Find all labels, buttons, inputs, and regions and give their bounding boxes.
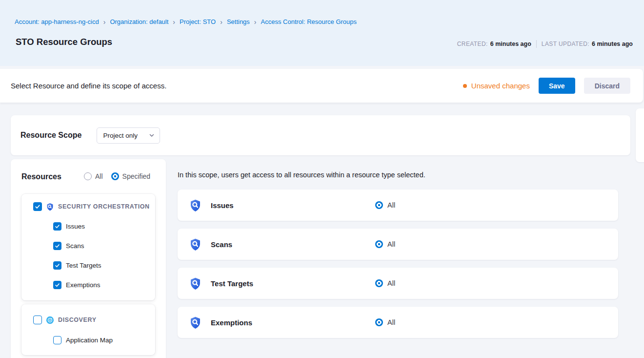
- created-value: 6 minutes ago: [490, 41, 531, 47]
- group-name: DISCOVERY: [58, 316, 97, 323]
- resource-scope-select[interactable]: Project only: [97, 127, 160, 144]
- resource-row-label: Scans: [211, 240, 232, 249]
- resource-row-label: Exemptions: [211, 318, 252, 327]
- resource-group-security-orchestration: SECURITY ORCHESTRATION Issues Scans Test…: [21, 194, 155, 300]
- group-header: SECURITY ORCHESTRATION: [33, 202, 150, 211]
- resource-row-issues: Issues All: [178, 190, 618, 221]
- unsaved-dot-icon: [463, 84, 467, 88]
- page-title: STO Resource Groups: [16, 37, 112, 47]
- side-peek-card: [636, 108, 644, 162]
- resource-scope-label: Resource Scope: [20, 131, 81, 140]
- chevron-down-icon: [149, 132, 155, 138]
- sto-shield-icon: [189, 316, 202, 329]
- breadcrumb: Account: app-harness-ng-cicd › Organizat…: [15, 18, 357, 25]
- scope-description-text: Select Resource and define its scope of …: [11, 82, 166, 90]
- breadcrumb-settings-link[interactable]: Settings: [227, 18, 250, 25]
- discard-button[interactable]: Discard: [584, 78, 630, 94]
- checkbox[interactable]: [53, 336, 61, 344]
- toolbar-actions: Unsaved changes Save Discard: [463, 78, 630, 94]
- tree-item-exemptions: Exemptions: [53, 281, 101, 289]
- checkbox[interactable]: [53, 261, 61, 270]
- scope-access-description: In this scope, users get access to all r…: [178, 171, 425, 179]
- radio-option-all[interactable]: All: [84, 172, 103, 180]
- unsaved-changes-status: Unsaved changes: [463, 82, 530, 90]
- resource-groups-page: Account: app-harness-ng-cicd › Organizat…: [0, 0, 644, 358]
- radio-icon: [84, 172, 92, 180]
- access-all-label: All: [387, 201, 395, 209]
- meta-divider: [536, 40, 537, 48]
- access-all-label: All: [387, 318, 395, 326]
- access-radio-option-all[interactable]: All: [375, 240, 395, 248]
- resources-panel: Resources All Specified: [11, 159, 166, 358]
- resource-group-discovery: DISCOVERY Application Map: [21, 304, 155, 355]
- checkbox[interactable]: [53, 222, 61, 231]
- radio-all-label: All: [95, 172, 103, 180]
- sto-shield-icon: [189, 238, 202, 251]
- chevron-right-icon: ›: [173, 18, 175, 25]
- resource-scope-card: Resource Scope Project only: [11, 115, 630, 155]
- resources-mode-radio-group: All Specified: [84, 172, 150, 180]
- radio-selected-icon: [375, 279, 383, 287]
- sto-shield-icon: [189, 199, 202, 212]
- tree-item-label: Issues: [66, 223, 85, 230]
- resources-panel-title: Resources: [21, 172, 61, 181]
- chevron-right-icon: ›: [103, 18, 106, 25]
- radio-selected-icon: [375, 318, 383, 326]
- resource-row-test-targets: Test Targets All: [178, 268, 618, 299]
- resource-row-label: Issues: [211, 201, 234, 210]
- breadcrumb-resource-groups-link[interactable]: Access Control: Resource Groups: [261, 18, 357, 25]
- access-radio-option-all[interactable]: All: [375, 279, 395, 287]
- tree-item-scans: Scans: [53, 242, 84, 250]
- access-radio-option-all[interactable]: All: [375, 201, 395, 209]
- page-header: Account: app-harness-ng-cicd › Organizat…: [0, 0, 644, 66]
- breadcrumb-account-link[interactable]: Account: app-harness-ng-cicd: [15, 18, 99, 25]
- action-toolbar: Select Resource and define its scope of …: [0, 69, 643, 103]
- group-header: DISCOVERY: [33, 316, 97, 324]
- chevron-right-icon: ›: [254, 18, 257, 25]
- access-all-label: All: [387, 240, 395, 248]
- last-updated-value: 6 minutes ago: [592, 41, 633, 47]
- checkbox[interactable]: [53, 242, 61, 250]
- checkbox[interactable]: [53, 281, 61, 289]
- discovery-icon: [46, 316, 54, 324]
- tree-item-label: Exemptions: [66, 281, 101, 289]
- sto-shield-icon: [189, 277, 202, 290]
- access-radio-option-all[interactable]: All: [375, 318, 395, 326]
- breadcrumb-organization-link[interactable]: Organization: default: [110, 18, 168, 25]
- radio-selected-icon: [111, 172, 119, 180]
- radio-specified-label: Specified: [122, 172, 151, 180]
- resource-row-exemptions: Exemptions All: [178, 307, 618, 338]
- resource-row-label: Test Targets: [211, 279, 253, 288]
- tree-item-label: Test Targets: [66, 262, 101, 269]
- sto-shield-icon: [46, 203, 54, 211]
- resource-row-scans: Scans All: [178, 229, 618, 260]
- resource-scope-selected-value: Project only: [103, 132, 138, 139]
- radio-selected-icon: [375, 240, 383, 248]
- save-button[interactable]: Save: [539, 78, 575, 94]
- breadcrumb-project-link[interactable]: Project: STO: [180, 18, 216, 25]
- last-updated-label: LAST UPDATED:: [542, 41, 589, 47]
- radio-selected-icon: [375, 201, 383, 209]
- tree-item-label: Scans: [66, 242, 84, 250]
- tree-item-application-map: Application Map: [53, 336, 113, 344]
- group-checkbox[interactable]: [33, 202, 42, 211]
- tree-item-label: Application Map: [66, 337, 113, 344]
- header-meta: CREATED: 6 minutes ago LAST UPDATED: 6 m…: [457, 40, 633, 48]
- chevron-right-icon: ›: [220, 18, 222, 25]
- group-checkbox[interactable]: [33, 316, 42, 324]
- tree-item-issues: Issues: [53, 222, 85, 231]
- tree-item-test-targets: Test Targets: [53, 261, 101, 270]
- access-all-label: All: [387, 279, 395, 287]
- unsaved-changes-label: Unsaved changes: [471, 82, 530, 90]
- created-label: CREATED:: [457, 41, 488, 47]
- group-name: SECURITY ORCHESTRATION: [58, 203, 150, 210]
- radio-option-specified[interactable]: Specified: [111, 172, 151, 180]
